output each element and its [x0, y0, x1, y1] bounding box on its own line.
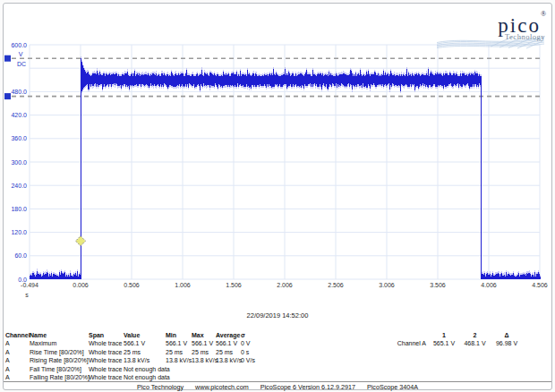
x-axis-tick-label: 3.006 [379, 282, 395, 288]
measurement-cell-r2c2: Whole trace [89, 356, 124, 364]
measurement-header-0: Channel [5, 331, 30, 339]
trigger-marker-icon[interactable] [76, 236, 86, 246]
x-axis-tick-label: 0.006 [73, 282, 89, 288]
measurement-cell-r1c6: 25 ms [216, 348, 241, 356]
x-axis-tick-label: 2.006 [277, 282, 293, 288]
ruler2-value: 468.1 V [459, 339, 491, 347]
y-axis-tick-label: 600.0 [11, 42, 27, 48]
status-company: Pico Technology [137, 383, 184, 391]
measurement-cell-r4c2: Whole trace [89, 373, 124, 381]
measurement-cell-r0c0: A [5, 339, 30, 347]
y-axis-tick-label: 240.0 [11, 183, 27, 189]
y-axis-tick-label: 300.0 [11, 159, 27, 166]
measurement-cell-r4c0: A [5, 373, 30, 381]
measurement-cell-r3c7 [241, 365, 262, 373]
measurement-header-7: σ [241, 331, 262, 339]
measurement-cell-r3c3: Not enough data [124, 365, 166, 373]
x-axis-tick-label: 3.506 [430, 282, 446, 288]
measurement-cell-r0c3: 566.1 V [124, 339, 166, 347]
ruler-legend-spacer [393, 331, 429, 339]
measurement-cell-r1c1: Rise Time [80/20%] [30, 348, 89, 356]
measurement-cell-r2c5: 13.8 kV/s [192, 356, 216, 364]
status-bar: Pico Technology www.picotech.com PicoSco… [0, 383, 555, 391]
measurement-cell-r1c5: 25 ms [192, 348, 216, 356]
y-axis-tick-label: 60.0 [14, 252, 27, 259]
y-axis-tick-label: 360.0 [11, 135, 27, 141]
logo-technology-text: Technology [505, 32, 545, 41]
measurement-cell-r3c1: Fall Time [80/20%] [30, 365, 89, 373]
measurement-cell-r3c0: A [5, 365, 30, 373]
ruler-handle-1[interactable] [4, 55, 11, 62]
status-separator [4, 381, 551, 382]
measurement-cell-r4c5 [192, 373, 216, 381]
ruler-legend: 1 2 Δ Channel A 565.1 V 468.1 V 96.98 V [393, 331, 523, 348]
measurement-cell-r0c5: 566.1 V [192, 339, 216, 347]
x-axis-unit-label: s [25, 292, 29, 298]
capture-timestamp: 22/09/2019 14:52:00 [0, 311, 555, 320]
ruler1-value: 565.1 V [429, 339, 459, 347]
measurement-cell-r0c2: Whole trace [89, 339, 124, 347]
measurement-header-3: Value [124, 331, 166, 339]
measurement-cell-r2c6: 13.8 kV/s [216, 356, 241, 364]
measurement-header-6: Average [216, 331, 241, 339]
ruler-delta-value: 96.98 V [491, 339, 523, 347]
y-axis-tick-label: 420.0 [11, 112, 27, 118]
ruler-legend-header-1: 1 [429, 331, 459, 339]
measurement-cell-r2c1: Rising Rate [80/20%] [30, 356, 89, 364]
pico-technology-logo: pico® Technology [437, 5, 546, 49]
status-device-model: PicoScope 3404A [367, 383, 418, 391]
measurement-cell-r4c3: Not enough data [124, 373, 166, 381]
measurement-cell-r1c3: 25 ms [124, 348, 166, 356]
measurement-cell-r0c1: Maximum [30, 339, 89, 347]
y-axis-tick-label: 480.0 [11, 89, 27, 95]
measurement-cell-r3c2: Whole trace [89, 365, 124, 373]
measurement-cell-r4c7 [241, 373, 262, 381]
measurement-cell-r2c3: 13.8 kV/s [124, 356, 166, 364]
x-axis-tick-label: 1.506 [226, 282, 242, 288]
measurement-cell-r1c0: A [5, 348, 30, 356]
x-axis-tick-label: 1.006 [175, 282, 191, 288]
status-website: www.picotech.com [195, 383, 249, 391]
registered-mark-icon: ® [541, 10, 546, 18]
x-axis-tick-label: 4.506 [532, 282, 548, 288]
measurement-cell-r4c1: Falling Rate [80/20%] [30, 373, 89, 381]
ruler-legend-header-2: 2 [459, 331, 491, 339]
measurement-header-5: Max [192, 331, 216, 339]
y-axis-unit-label: V [19, 51, 23, 57]
status-app-version: PicoScope 6 Version 6.12.9.2917 [260, 383, 355, 391]
measurement-cell-r3c6 [216, 365, 241, 373]
x-axis-tick-label: 2.506 [328, 282, 344, 288]
x-axis-tick-label: 4.006 [481, 282, 497, 288]
measurement-cell-r2c7: 0 V/s [241, 356, 262, 364]
ruler-legend-header-delta: Δ [491, 331, 523, 339]
y-axis-tick-label: 180.0 [11, 206, 27, 212]
x-axis-tick-label: -0.494 [21, 282, 38, 288]
measurement-header-2: Span [89, 331, 124, 339]
y-axis-coupling-label: DC [17, 61, 26, 67]
measurement-cell-r3c4 [166, 365, 192, 373]
measurement-header-1: Name [30, 331, 89, 339]
measurement-cell-r1c2: Whole trace [89, 348, 124, 356]
x-axis-tick-label: 0.506 [124, 282, 140, 288]
measurement-cell-r3c5 [192, 365, 216, 373]
measurement-cell-r1c7: 0 s [241, 348, 262, 356]
y-axis-tick-label: 120.0 [11, 229, 27, 235]
measurement-cell-r0c6: 566.1 V [216, 339, 241, 347]
measurement-cell-r1c4: 25 ms [166, 348, 192, 356]
measurement-cell-r2c4: 13.8 kV/s [166, 356, 192, 364]
measurement-cell-r2c0: A [5, 356, 30, 364]
ruler-handle-2[interactable] [4, 93, 11, 99]
measurement-cell-r4c6 [216, 373, 241, 381]
ruler-legend-channel-label: Channel A [393, 339, 429, 347]
measurement-cell-r0c4: 566.1 V [166, 339, 192, 347]
measurements-table: ChannelNameSpanValueMinMaxAverageσAMaxim… [5, 331, 262, 381]
measurement-cell-r4c4 [166, 373, 192, 381]
measurement-header-4: Min [166, 331, 192, 339]
measurement-cell-r0c7: 0 V [241, 339, 262, 347]
